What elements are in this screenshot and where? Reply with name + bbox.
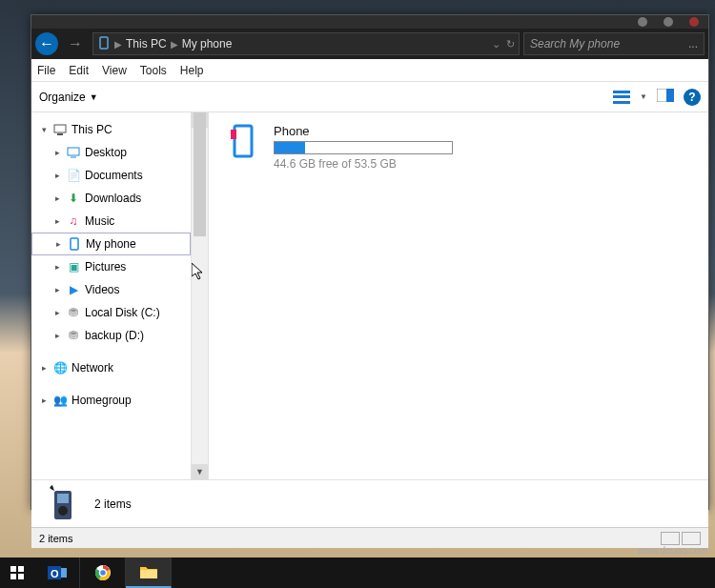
expand-icon[interactable]: ▸ (52, 285, 62, 294)
tree-pictures[interactable]: ▸ ▣ Pictures (31, 255, 191, 278)
svg-rect-13 (10, 566, 16, 572)
device-name: Phone (274, 124, 453, 138)
command-bar: Organize ▼ ▼ ? (31, 82, 708, 112)
disk-icon: ⛃ (66, 305, 81, 320)
pictures-icon: ▣ (66, 259, 81, 274)
breadcrumb-sep-icon: ▶ (171, 39, 178, 50)
svg-text:O: O (51, 568, 59, 579)
explorer-body: ▾ This PC ▸ Desktop ▸ 📄 Documents ▸ ⬇ Do… (31, 112, 708, 479)
pc-icon (52, 122, 68, 137)
media-device-icon (47, 485, 77, 523)
svg-rect-14 (18, 566, 24, 572)
homegroup-icon: 👥 (52, 393, 68, 408)
chevron-down-icon: ▼ (90, 92, 98, 102)
expand-icon[interactable]: ▸ (52, 262, 62, 272)
refresh-icon[interactable]: ↻ (506, 38, 515, 51)
address-bar[interactable]: ▶ This PC ▶ My phone ⌄ ↻ (92, 32, 520, 55)
menu-view[interactable]: View (102, 64, 127, 77)
videos-icon: ▶ (66, 282, 81, 297)
search-menu-icon[interactable]: ... (688, 37, 698, 51)
svg-rect-22 (140, 570, 157, 578)
storage-bar (274, 141, 453, 154)
search-input[interactable]: Search My phone ... (523, 32, 705, 55)
scroll-thumb[interactable] (194, 112, 206, 236)
help-button[interactable]: ? (684, 89, 701, 106)
tree-my-phone[interactable]: ▸ My phone (31, 233, 191, 255)
tree-this-pc[interactable]: ▾ This PC (31, 118, 191, 141)
menu-file[interactable]: File (37, 64, 55, 77)
svg-rect-11 (57, 494, 69, 503)
close-button[interactable] (689, 17, 699, 27)
taskbar-chrome[interactable] (80, 558, 126, 588)
view-details-icon[interactable] (661, 532, 680, 545)
desktop-icon (66, 145, 81, 160)
network-icon: 🌐 (52, 360, 68, 375)
menu-help[interactable]: Help (180, 64, 204, 77)
navigation-tree: ▾ This PC ▸ Desktop ▸ 📄 Documents ▸ ⬇ Do… (31, 112, 192, 479)
phone-icon (67, 236, 82, 252)
taskbar-file-explorer[interactable] (126, 558, 172, 588)
breadcrumb-sep-icon: ▶ (114, 39, 122, 50)
svg-rect-15 (10, 574, 16, 579)
content-pane[interactable]: Phone 44.6 GB free of 53.5 GB (209, 112, 708, 479)
downloads-icon: ⬇ (66, 191, 81, 206)
svg-point-12 (58, 506, 68, 516)
disk-icon: ⛃ (66, 328, 81, 343)
phone-icon (97, 36, 111, 52)
menu-tools[interactable]: Tools (140, 64, 167, 77)
tree-homegroup[interactable]: ▸ 👥 Homegroup (31, 389, 191, 412)
watermark-text: www.deuaq.com (638, 545, 707, 556)
tree-desktop[interactable]: ▸ Desktop (31, 141, 191, 164)
organize-button[interactable]: Organize ▼ (39, 91, 98, 104)
expand-icon[interactable]: ▸ (52, 331, 62, 340)
svg-rect-0 (100, 37, 108, 49)
tree-videos[interactable]: ▸ ▶ Videos (31, 278, 191, 301)
expand-icon[interactable]: ▸ (52, 148, 62, 157)
scroll-down-icon[interactable]: ▼ (192, 464, 208, 479)
view-options-button[interactable] (613, 91, 630, 104)
view-large-icon[interactable] (682, 532, 701, 545)
menu-bar: File Edit View Tools Help (31, 59, 708, 82)
expand-icon[interactable]: ▸ (52, 308, 62, 317)
chevron-down-icon[interactable]: ▼ (640, 92, 647, 101)
svg-rect-9 (231, 130, 236, 139)
maximize-button[interactable] (664, 17, 673, 27)
expand-icon[interactable]: ▸ (39, 395, 49, 405)
svg-rect-16 (18, 574, 24, 579)
storage-free-text: 44.6 GB free of 53.5 GB (274, 157, 453, 171)
svg-rect-8 (235, 126, 252, 156)
svg-rect-19 (61, 568, 67, 578)
svg-rect-4 (57, 133, 63, 135)
preview-pane-button[interactable] (657, 89, 674, 105)
tree-backup-d[interactable]: ▸ ⛃ backup (D:) (31, 324, 191, 347)
address-dropdown-icon[interactable]: ⌄ (492, 38, 500, 51)
tree-music[interactable]: ▸ ♫ Music (31, 210, 191, 233)
breadcrumb-root[interactable]: This PC (126, 37, 167, 51)
forward-button[interactable]: → (62, 31, 89, 56)
minimize-button[interactable] (638, 17, 647, 27)
tree-downloads[interactable]: ▸ ⬇ Downloads (31, 187, 191, 210)
device-item-phone[interactable]: Phone 44.6 GB free of 53.5 GB (226, 124, 691, 171)
back-button[interactable]: ← (35, 32, 58, 55)
expand-icon[interactable]: ▸ (53, 239, 63, 249)
collapse-icon[interactable]: ▾ (39, 125, 49, 134)
details-item-count: 2 items (94, 497, 132, 511)
tree-local-disk-c[interactable]: ▸ ⛃ Local Disk (C:) (31, 301, 191, 324)
start-button[interactable] (0, 558, 34, 588)
documents-icon: 📄 (66, 168, 81, 183)
breadcrumb-location[interactable]: My phone (182, 37, 233, 51)
expand-icon[interactable]: ▸ (52, 193, 62, 203)
titlebar[interactable] (31, 15, 708, 29)
taskbar: O (0, 558, 715, 588)
tree-documents[interactable]: ▸ 📄 Documents (31, 164, 191, 187)
navigation-bar: ← → ▶ This PC ▶ My phone ⌄ ↻ Search My p… (31, 29, 708, 59)
expand-icon[interactable]: ▸ (52, 171, 62, 180)
expand-icon[interactable]: ▸ (39, 363, 49, 373)
menu-edit[interactable]: Edit (69, 64, 89, 77)
tree-scrollbar[interactable]: ▲ ▼ (192, 112, 209, 479)
svg-rect-3 (54, 125, 66, 132)
status-item-count: 2 items (39, 533, 72, 544)
taskbar-outlook[interactable]: O (34, 558, 80, 588)
tree-network[interactable]: ▸ 🌐 Network (31, 356, 191, 379)
expand-icon[interactable]: ▸ (52, 216, 62, 226)
